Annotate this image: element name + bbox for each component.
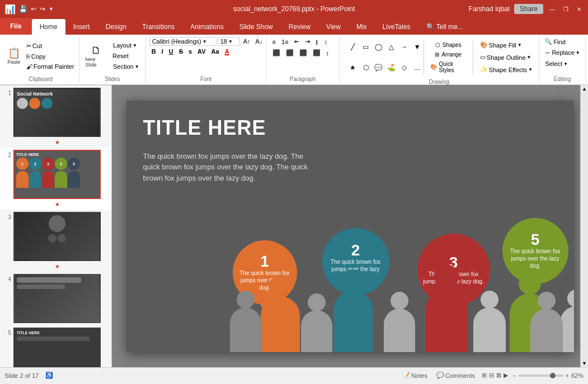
slides-secondary: Layout ▼ Reset Section ▼ xyxy=(110,40,142,72)
slide-star-2: ★ xyxy=(55,201,60,207)
paragraph-group: ≡ 1≡ ⇤ ⇥ ⫿ ↕ ⬛ ⬛ ⬛ ⬛ ↕ Paragraph xyxy=(267,36,340,83)
slideshow-button[interactable]: ▶ xyxy=(504,372,508,379)
font-color-button[interactable]: A xyxy=(223,48,232,55)
replace-button[interactable]: ↔ Replace ▼ xyxy=(542,48,582,57)
underline-button[interactable]: U xyxy=(167,48,176,55)
slide-body-text[interactable]: The quick brown fox jumps over the lazy … xyxy=(143,151,322,184)
cut-button[interactable]: ✂ Cut xyxy=(24,41,77,51)
strikethrough-button[interactable]: S xyxy=(177,48,185,55)
layout-button[interactable]: Layout ▼ xyxy=(110,40,142,50)
text-direction-button[interactable]: ↕ xyxy=(322,37,330,46)
editing-group: 🔍 Find ↔ Replace ▼ Select ▼ Editing xyxy=(539,36,586,83)
font-group: Calibri (Headings) ▼ 18 ▼ A↑ A↓ B I U S … xyxy=(146,36,267,83)
slides-group: 🗋 New Slide Layout ▼ Reset Section ▼ Sli… xyxy=(79,36,145,83)
minimize-button[interactable]: — xyxy=(548,4,557,13)
slide-thumb-5[interactable]: 5 TITLE HERE xyxy=(0,325,111,367)
align-right-button[interactable]: ⬛ xyxy=(297,48,309,58)
reset-button[interactable]: Reset xyxy=(110,51,142,60)
tab-file[interactable]: File xyxy=(0,18,32,35)
justify-button[interactable]: ⬛ xyxy=(311,48,323,58)
slide-thumb-1[interactable]: 1 Social Network ★ xyxy=(0,86,111,148)
shape-effects-button[interactable]: ✨ Shape Effects ▼ xyxy=(477,64,535,75)
shape-outline-button[interactable]: ▭ Shape Outline ▼ xyxy=(477,52,535,63)
shape-extra[interactable]: … xyxy=(407,58,427,78)
ribbon: 📋 Paste ✂ Cut ⎘ Copy 🖌 Format Painter Cl… xyxy=(0,35,588,85)
copy-button[interactable]: ⎘ Copy xyxy=(24,52,77,61)
divider1 xyxy=(424,41,424,74)
zoom-out-button[interactable]: − xyxy=(512,372,516,379)
slide-thumb-4[interactable]: 4 xyxy=(0,272,111,325)
slide-thumb-2[interactable]: 2 TITLE HERE 1 2 3 5 5 xyxy=(0,148,111,210)
tab-livetales[interactable]: LiveTales xyxy=(375,19,418,35)
format-painter-button[interactable]: 🖌 Format Painter xyxy=(24,62,77,71)
tab-insert[interactable]: Insert xyxy=(65,19,98,35)
tab-tellme[interactable]: 🔍 Tell me... xyxy=(418,19,471,35)
slide-thumb-3[interactable]: 3 ★ xyxy=(0,210,111,272)
scroll-down-button[interactable]: ▼ xyxy=(581,359,588,367)
drawing-actions: ⬡ Shapes ⊞ Arrange 🎨 Quick Styles xyxy=(428,41,469,74)
font-size-increase[interactable]: A↑ xyxy=(241,37,253,46)
vertical-scrollbar[interactable]: ▲ ▼ xyxy=(580,85,588,367)
shape-fill-button[interactable]: 🎨 Shape Fill ▼ xyxy=(477,40,535,50)
status-bar-right: 📝 Notes 💬 Comments ⊞ ⊟ ⊠ ▶ − + 62% xyxy=(400,371,584,380)
close-button[interactable]: ✕ xyxy=(575,4,584,13)
columns-button[interactable]: ⫿ xyxy=(313,37,321,46)
tab-design[interactable]: Design xyxy=(98,19,134,35)
tab-slideshow[interactable]: Slide Show xyxy=(232,19,281,35)
clipboard-content: 📋 Paste ✂ Cut ⎘ Copy 🖌 Format Painter xyxy=(5,37,77,75)
increase-indent-button[interactable]: ⇥ xyxy=(303,37,312,46)
tab-transitions[interactable]: Transitions xyxy=(134,19,182,35)
customize-icon[interactable]: ▼ xyxy=(49,6,54,12)
reading-view-button[interactable]: ⊠ xyxy=(496,372,501,379)
decrease-indent-button[interactable]: ⇤ xyxy=(292,37,302,46)
tab-view[interactable]: View xyxy=(318,19,349,35)
zoom-in-button[interactable]: + xyxy=(566,372,569,379)
zoom-slider[interactable] xyxy=(519,374,563,377)
shapes-button[interactable]: ⬡ Shapes xyxy=(428,41,469,49)
align-center-button[interactable]: ⬛ xyxy=(284,48,296,58)
line-spacing-button[interactable]: ↕ xyxy=(324,49,332,58)
bullets-button[interactable]: ≡ xyxy=(270,37,278,46)
shadow-button[interactable]: s xyxy=(186,48,194,55)
select-button[interactable]: Select ▼ xyxy=(542,59,582,69)
slide-num-3: 3 xyxy=(3,214,11,220)
arrange-button[interactable]: ⊞ Arrange xyxy=(428,50,469,59)
shape-more[interactable]: ▼ xyxy=(407,37,427,57)
paste-button[interactable]: 📋 Paste xyxy=(5,46,23,66)
numbering-button[interactable]: 1≡ xyxy=(279,37,291,46)
quick-styles-button[interactable]: 🎨 Quick Styles xyxy=(428,60,469,74)
tab-animations[interactable]: Animations xyxy=(182,19,231,35)
bold-button[interactable]: B xyxy=(149,48,158,55)
notes-button[interactable]: 📝 Notes xyxy=(400,371,430,380)
bubble-1-num: 1 xyxy=(260,254,269,269)
restore-button[interactable]: ❐ xyxy=(561,4,570,13)
tab-mix[interactable]: Mix xyxy=(349,19,375,35)
slide-canvas[interactable]: TITLE HERE The quick brown fox jumps ove… xyxy=(126,101,574,352)
align-left-button[interactable]: ⬛ xyxy=(270,48,283,58)
new-slide-button[interactable]: 🗋 New Slide xyxy=(83,44,109,69)
tab-review[interactable]: Review xyxy=(281,19,318,35)
italic-button[interactable]: I xyxy=(159,48,166,55)
para-row2: ⬛ ⬛ ⬛ ⬛ ↕ xyxy=(270,48,336,58)
section-button[interactable]: Section ▼ xyxy=(110,61,142,72)
change-case-button[interactable]: Aa xyxy=(209,48,222,55)
font-family-dropdown[interactable]: Calibri (Headings) ▼ xyxy=(149,37,217,46)
ribbon-tab-bar: File Home Insert Design Transitions Anim… xyxy=(0,18,588,35)
char-spacing-button[interactable]: AV xyxy=(195,48,208,55)
find-button[interactable]: 🔍 Find xyxy=(542,37,582,46)
font-size-decrease[interactable]: A↓ xyxy=(253,37,265,46)
accessibility-icon: ♿ xyxy=(45,372,53,379)
undo-icon[interactable]: ↩ xyxy=(31,5,36,13)
normal-view-button[interactable]: ⊞ xyxy=(482,372,487,379)
share-button[interactable]: Share xyxy=(514,4,543,14)
tab-home[interactable]: Home xyxy=(32,19,65,35)
clipboard-group: 📋 Paste ✂ Cut ⎘ Copy 🖌 Format Painter Cl… xyxy=(2,36,79,83)
comments-button[interactable]: 💬 Comments xyxy=(434,371,477,380)
redo-icon[interactable]: ↪ xyxy=(40,5,45,13)
slide-title[interactable]: TITLE HERE xyxy=(143,116,266,140)
slide-sorter-button[interactable]: ⊟ xyxy=(489,372,494,379)
scroll-up-button[interactable]: ▲ xyxy=(581,85,588,93)
zoom-controls: − + 62% xyxy=(512,372,584,379)
font-size-dropdown[interactable]: 18 ▼ xyxy=(218,37,240,46)
save-icon[interactable]: 💾 xyxy=(19,5,27,13)
